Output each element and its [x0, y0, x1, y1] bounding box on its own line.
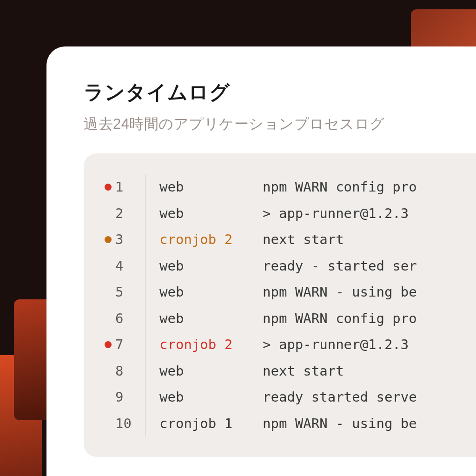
column-divider [145, 200, 145, 227]
line-number: 4 [115, 253, 145, 279]
log-source: web [159, 384, 263, 410]
status-dot-icon [105, 236, 112, 243]
line-number: 9 [115, 384, 145, 410]
status-dot-column [100, 184, 115, 191]
line-number: 1 [115, 174, 145, 200]
log-source: web [159, 200, 263, 227]
log-row[interactable]: 3cronjob 2next start [100, 226, 476, 253]
log-row[interactable]: 8webnext start [100, 358, 476, 384]
log-message: ready - started ser [263, 253, 417, 279]
line-number: 5 [115, 279, 145, 305]
column-divider [145, 226, 145, 253]
log-source: web [159, 279, 263, 305]
log-row[interactable]: 5webnpm WARN - using be [100, 279, 476, 305]
log-message: > app-runner@1.2.3 [263, 331, 409, 358]
line-number: 7 [115, 331, 145, 358]
log-source: cronjob 2 [159, 331, 263, 358]
line-number: 10 [115, 410, 145, 437]
log-row[interactable]: 9webready started serve [100, 384, 476, 410]
log-row[interactable]: 4webready - started ser [100, 253, 476, 279]
log-source: web [159, 305, 263, 332]
log-message: ready started serve [263, 384, 417, 410]
line-number: 3 [115, 226, 145, 253]
column-divider [145, 279, 145, 305]
log-source: web [159, 174, 263, 200]
log-card: ランタイムログ 過去24時間のアプリケーションプロセスログ 1webnpm WA… [46, 46, 476, 476]
page-title: ランタイムログ [84, 79, 476, 106]
status-dot-icon [105, 341, 112, 348]
log-row[interactable]: 2web> app-runner@1.2.3 [100, 200, 476, 227]
status-dot-column [100, 341, 115, 348]
log-row[interactable]: 1webnpm WARN config pro [100, 174, 476, 200]
column-divider [145, 410, 145, 437]
line-number: 6 [115, 305, 145, 332]
log-message: > app-runner@1.2.3 [263, 200, 409, 227]
column-divider [145, 358, 145, 384]
log-message: npm WARN config pro [263, 174, 417, 200]
status-dot-column [100, 236, 115, 243]
log-source: cronjob 2 [159, 226, 263, 253]
line-number: 2 [115, 200, 145, 227]
log-source: web [159, 358, 263, 384]
log-source: web [159, 253, 263, 279]
log-source: cronjob 1 [159, 410, 263, 437]
log-message: next start [263, 226, 344, 253]
column-divider [145, 331, 145, 358]
page-subtitle: 過去24時間のアプリケーションプロセスログ [84, 114, 476, 134]
status-dot-icon [105, 184, 112, 191]
log-row[interactable]: 6webnpm WARN config pro [100, 305, 476, 332]
log-message: next start [263, 358, 344, 384]
log-panel: 1webnpm WARN config pro2web> app-runner@… [84, 153, 476, 457]
column-divider [145, 174, 145, 200]
log-message: npm WARN - using be [263, 410, 417, 437]
column-divider [145, 384, 145, 410]
column-divider [145, 253, 145, 279]
log-message: npm WARN config pro [263, 305, 417, 332]
log-message: npm WARN - using be [263, 279, 417, 305]
line-number: 8 [115, 358, 145, 384]
log-row[interactable]: 7cronjob 2> app-runner@1.2.3 [100, 331, 476, 358]
log-row[interactable]: 10cronjob 1npm WARN - using be [100, 410, 476, 437]
column-divider [145, 305, 145, 332]
